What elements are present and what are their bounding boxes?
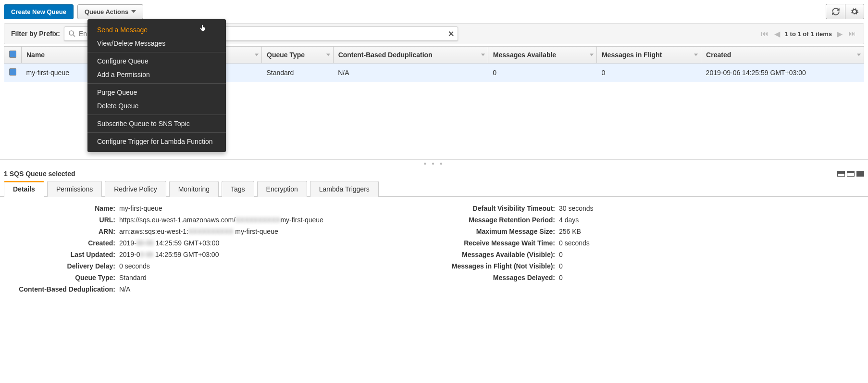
detail-url-value: https://sqs.eu-west-1.amazonaws.com/XXXX… [119, 216, 323, 224]
tab-redrive[interactable]: Redrive Policy [105, 181, 166, 197]
page-first-icon[interactable]: ⏮ [760, 29, 769, 38]
tab-details[interactable]: Details [4, 181, 44, 197]
page-next-icon[interactable]: ▶ [836, 29, 843, 38]
detail-retention-value: 4 days [559, 216, 579, 224]
col-checkbox[interactable] [4, 47, 22, 64]
svg-line-1 [73, 35, 75, 37]
menu-view-delete-messages[interactable]: View/Delete Messages [87, 37, 226, 50]
layout-bottom-icon[interactable] [847, 171, 855, 177]
detail-maxsize-value: 256 KB [559, 228, 581, 235]
sort-caret-icon [255, 54, 259, 56]
gear-icon [850, 7, 859, 16]
refresh-icon [831, 7, 840, 16]
page-prev-icon[interactable]: ◀ [773, 29, 781, 38]
detail-delayed-key: Messages Delayed: [444, 274, 559, 281]
tab-encryption[interactable]: Encryption [257, 181, 307, 197]
detail-col-right: Default Visibility Timeout:30 seconds Me… [444, 203, 864, 295]
detail-wait-value: 0 seconds [559, 239, 590, 247]
menu-delete-queue[interactable]: Delete Queue [87, 99, 226, 113]
settings-button[interactable] [845, 4, 864, 19]
detail-updated-value: 2019-00 00 14:25:59 GMT+03:00 [119, 251, 219, 258]
detail-delay-value: 0 seconds [119, 262, 150, 270]
detail-delayed-value: 0 [559, 274, 563, 281]
cell-dedup: N/A [333, 64, 488, 82]
detail-dedup-value: N/A [119, 285, 130, 293]
menu-purge-queue[interactable]: Purge Queue [87, 86, 226, 99]
tab-tags[interactable]: Tags [222, 181, 254, 197]
detail-qtype-key: Queue Type: [4, 274, 119, 281]
sort-caret-icon [326, 54, 330, 56]
menu-configure-queue[interactable]: Configure Queue [87, 54, 226, 68]
layout-split-icon[interactable] [837, 171, 845, 177]
sort-caret-icon [694, 54, 698, 56]
detail-avail-value: 0 [559, 251, 563, 258]
tab-permissions[interactable]: Permissions [47, 181, 102, 197]
cell-in-flight: 0 [596, 64, 701, 82]
col-available[interactable]: Messages Available [488, 47, 596, 64]
select-all-checkbox[interactable] [9, 51, 16, 58]
toolbar-right-buttons [826, 4, 864, 19]
detail-col-left: Name:my-first-queue URL:https://sqs.eu-w… [4, 203, 424, 295]
pagination-text: 1 to 1 of 1 items [785, 30, 832, 38]
cell-queue-type: Standard [262, 64, 334, 82]
cursor-hand-icon [199, 24, 207, 32]
detail-flight-value: 0 [559, 262, 563, 270]
queue-actions-button[interactable]: Queue Actions [77, 4, 143, 19]
pane-resize-handle[interactable]: ● ● ● [0, 159, 868, 167]
create-new-queue-button[interactable]: Create New Queue [4, 4, 74, 19]
tab-monitoring[interactable]: Monitoring [169, 181, 219, 197]
detail-name-value: my-first-queue [119, 204, 162, 212]
detail-header: 1 SQS Queue selected [0, 167, 868, 180]
queue-actions-dropdown: Send a Message View/Delete Messages Conf… [87, 19, 226, 152]
refresh-button[interactable] [826, 4, 845, 19]
detail-body: Name:my-first-queue URL:https://sqs.eu-w… [0, 197, 868, 301]
sort-caret-icon [590, 54, 594, 56]
cell-created: 2019-09-06 14:25:59 GMT+03:00 [701, 64, 864, 82]
col-queue-type[interactable]: Queue Type [262, 47, 334, 64]
detail-created-key: Created: [4, 239, 119, 247]
detail-retention-key: Message Retention Period: [444, 216, 559, 224]
detail-maxsize-key: Maximum Message Size: [444, 228, 559, 235]
layout-full-icon[interactable] [856, 171, 864, 177]
detail-arn-key: ARN: [4, 228, 119, 235]
detail-avail-key: Messages Available (Visible): [444, 251, 559, 258]
filter-label: Filter by Prefix: [11, 30, 60, 38]
sort-caret-icon [481, 54, 485, 56]
layout-icons [837, 171, 864, 177]
detail-updated-key: Last Updated: [4, 251, 119, 258]
detail-visibility-key: Default Visibility Timeout: [444, 204, 559, 212]
detail-visibility-value: 30 seconds [559, 204, 594, 212]
sort-caret-icon [857, 54, 861, 56]
detail-name-key: Name: [4, 204, 119, 212]
col-created[interactable]: Created [701, 47, 864, 64]
menu-configure-lambda[interactable]: Configure Trigger for Lambda Function [87, 135, 226, 148]
selection-count: 1 SQS Queue selected [4, 170, 75, 178]
detail-arn-value: arn:aws:sqs:eu-west-1:XXXXXXXXXX my-firs… [119, 228, 278, 235]
col-dedup[interactable]: Content-Based Deduplication [333, 47, 488, 64]
menu-subscribe-sns[interactable]: Subscribe Queue to SNS Topic [87, 117, 226, 130]
clear-search-icon[interactable]: ✕ [448, 29, 454, 38]
cell-available: 0 [488, 64, 596, 82]
detail-qtype-value: Standard [119, 274, 147, 281]
detail-url-key: URL: [4, 216, 119, 224]
toolbar: Create New Queue Queue Actions Send a Me… [0, 0, 868, 23]
detail-wait-key: Receive Message Wait Time: [444, 239, 559, 247]
detail-flight-key: Messages in Flight (Not Visible): [444, 262, 559, 270]
detail-dedup-key: Content-Based Deduplication: [4, 285, 119, 293]
menu-add-permission[interactable]: Add a Permission [87, 68, 226, 81]
queue-actions-label: Queue Actions [85, 8, 128, 15]
tab-lambda[interactable]: Lambda Triggers [310, 181, 379, 197]
svg-point-0 [69, 31, 74, 35]
page-last-icon[interactable]: ⏭ [847, 29, 857, 38]
chevron-down-icon [131, 10, 136, 13]
detail-tabs: Details Permissions Redrive Policy Monit… [0, 180, 868, 197]
search-icon [68, 29, 76, 38]
detail-created-value: 2019-00-00 14:25:59 GMT+03:00 [119, 239, 219, 247]
pagination: ⏮ ◀ 1 to 1 of 1 items ▶ ⏭ [760, 29, 857, 38]
col-in-flight[interactable]: Messages in Flight [596, 47, 701, 64]
row-checkbox[interactable] [9, 68, 16, 76]
detail-delay-key: Delivery Delay: [4, 262, 119, 270]
menu-send-message[interactable]: Send a Message [87, 23, 226, 37]
